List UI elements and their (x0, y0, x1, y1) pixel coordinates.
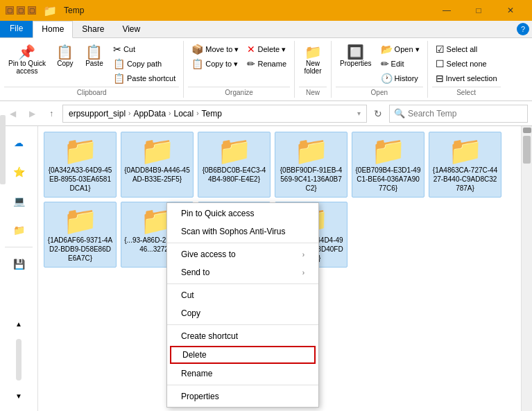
folder-item-2[interactable]: 📁 {0B6BDC0B-E4C3-44B4-980F-E4E2} (198, 132, 271, 198)
open-group: 🔲 Properties 📂 Open ▾ ✏ Edit 🕐 History (332, 41, 428, 98)
new-group-items: 📁 Newfolder (299, 42, 327, 85)
folder-item-0[interactable]: 📁 {0A342A33-64D9-45EB-8955-03EA6581DCA1} (44, 132, 117, 198)
copy-button[interactable]: 📋 Copy (51, 42, 79, 70)
invert-selection-button[interactable]: ⊟ Invert selection (432, 71, 501, 85)
ctx-scan-sophos[interactable]: Scan with Sophos Anti-Virus (167, 222, 318, 241)
breadcrumb-item-appdata[interactable]: AppData (133, 109, 166, 119)
select-label: Select (432, 87, 501, 96)
ctx-sep-2 (167, 283, 318, 284)
sidebar-icon-2[interactable]: ⭐ (5, 158, 33, 186)
folder-icon-5: 📁 (448, 137, 483, 164)
rename-button[interactable]: ✏ Rename (243, 57, 290, 71)
scrollbar-thumb[interactable] (523, 136, 531, 164)
minimize-button[interactable]: — (431, 0, 463, 21)
breadcrumb-dropdown[interactable]: ▾ (357, 110, 361, 117)
folder-name-0: {0A342A33-64D9-45EB-8955-03EA6581DCA1} (47, 166, 113, 193)
ctx-copy[interactable]: Copy (167, 304, 318, 322)
folder-item-6[interactable]: 📁 {1AD6AF66-9371-4AD2-BDB9-D58E86DE6A7C} (44, 202, 117, 268)
folder-icon: 📁 (43, 4, 57, 17)
refresh-button[interactable]: ↻ (370, 105, 386, 122)
select-all-icon: ☑ (436, 44, 445, 55)
tab-file[interactable]: File (0, 21, 33, 37)
right-scrollbar[interactable] (521, 126, 532, 411)
history-button[interactable]: 🕐 History (377, 71, 423, 85)
breadcrumb-item-local[interactable]: Local (173, 109, 194, 119)
properties-icon: 🔲 (347, 45, 364, 59)
ctx-properties[interactable]: Properties (167, 387, 318, 405)
open-group-items: 🔲 Properties 📂 Open ▾ ✏ Edit 🕐 History (336, 42, 423, 85)
sidebar-scroll-down[interactable]: ▼ (5, 382, 33, 410)
scrollbar-up-arrow[interactable] (523, 128, 531, 133)
ctx-send-to[interactable]: Send to › (167, 263, 318, 281)
pin-quick-access-button[interactable]: 📌 Pin to Quickaccess (4, 42, 50, 78)
ctx-give-access[interactable]: Give access to › (167, 245, 318, 263)
paste-button[interactable]: 📋 Paste (80, 42, 108, 70)
search-input[interactable] (408, 109, 523, 119)
invert-icon: ⊟ (436, 73, 444, 84)
ctx-delete[interactable]: Delete (170, 346, 316, 364)
folder-icon-4: 📁 (371, 137, 406, 164)
copy-to-button[interactable]: 📋 Copy to ▾ (188, 57, 242, 71)
ctx-pin-quick-access[interactable]: Pin to Quick access (167, 204, 318, 222)
folder-item-5[interactable]: 📁 {1A4863CA-727C-4427-B440-C9AD8C32787A} (429, 132, 501, 198)
organize-group: 📦 Move to ▾ 📋 Copy to ▾ ✕ Delete ▾ ✏ (184, 41, 295, 98)
ctx-properties-label: Properties (181, 392, 219, 401)
ctx-give-access-arrow: › (302, 251, 304, 259)
tab-home[interactable]: Home (33, 21, 73, 38)
breadcrumb[interactable]: erpsupport_sipl › AppData › Local › Temp… (62, 105, 367, 123)
sidebar-icon-3[interactable]: 💻 (5, 187, 33, 215)
context-menu: Pin to Quick access Scan with Sophos Ant… (166, 202, 319, 408)
move-to-button[interactable]: 📦 Move to ▾ (188, 42, 242, 56)
clipboard-label: Clipboard (4, 87, 179, 96)
open-button[interactable]: 📂 Open ▾ (377, 42, 423, 56)
address-bar: ◀ ▶ ↑ erpsupport_sipl › AppData › Local … (0, 101, 532, 126)
select-all-button[interactable]: ☑ Select all (432, 42, 501, 56)
ctx-send-to-label: Send to (181, 268, 209, 277)
new-folder-button[interactable]: 📁 Newfolder (299, 42, 327, 78)
copy-path-button[interactable]: 📋 Copy path (110, 57, 179, 71)
tab-view[interactable]: View (113, 21, 149, 37)
cut-button[interactable]: ✂ Cut (110, 42, 179, 56)
search-icon: 🔍 (394, 108, 405, 119)
select-group: ☑ Select all ☐ Select none ⊟ Invert sele… (428, 41, 505, 98)
forward-button[interactable]: ▶ (24, 105, 40, 122)
breadcrumb-item-erp[interactable]: erpsupport_sipl (69, 109, 126, 119)
ctx-cut-label: Cut (181, 290, 194, 300)
folder-item-1[interactable]: 📁 {0ADD84B9-A446-45AD-B33E-25F5} (121, 132, 194, 198)
sidebar-icon-5[interactable]: 💾 (5, 250, 33, 278)
select-none-button[interactable]: ☐ Select none (432, 57, 501, 71)
organize-group-items: 📦 Move to ▾ 📋 Copy to ▾ ✕ Delete ▾ ✏ (188, 42, 290, 85)
help-button[interactable]: ? (517, 23, 529, 35)
properties-button[interactable]: 🔲 Properties (336, 42, 376, 70)
tab-share[interactable]: Share (73, 21, 113, 37)
folder-icon-3: 📁 (294, 137, 329, 164)
sidebar-icon-1[interactable]: ☁ (5, 129, 33, 157)
back-button[interactable]: ◀ (4, 105, 21, 122)
history-icon: 🕐 (381, 73, 393, 84)
paste-icon: 📋 (85, 45, 103, 59)
close-button[interactable]: ✕ (495, 0, 526, 21)
sidebar-icon-4[interactable]: 📁 (5, 216, 33, 244)
ctx-create-shortcut[interactable]: Create shortcut (167, 327, 318, 345)
search-box: 🔍 (389, 105, 528, 123)
ctx-scan-label: Scan with Sophos Anti-Virus (181, 227, 286, 236)
folder-item-4[interactable]: 📁 {0EB709B4-E3D1-49C1-BE64-036A7A9077C6} (352, 132, 424, 198)
edit-icon: ✏ (381, 58, 389, 69)
ctx-sep-1 (167, 243, 318, 243)
sidebar: ☁ ⭐ 💻 📁 💾 ▲ ▼ (0, 126, 38, 411)
delete-button[interactable]: ✕ Delete ▾ (243, 42, 290, 56)
sidebar-scroll-up[interactable]: ▲ (5, 310, 33, 338)
ctx-cut[interactable]: Cut (167, 286, 318, 304)
delete-icon: ✕ (247, 44, 255, 55)
title-bar-icons: ▢ ▢ ▢ (6, 6, 36, 15)
paste-shortcut-button[interactable]: 📋 Paste shortcut (110, 71, 179, 85)
ctx-sep-4 (167, 385, 318, 385)
edit-button[interactable]: ✏ Edit (377, 57, 423, 71)
folder-name-2: {0B6BDC0B-E4C3-44B4-980F-E4E2} (201, 166, 267, 184)
ctx-rename[interactable]: Rename (167, 365, 318, 383)
folder-item-3[interactable]: 📁 {0BBF90DF-91EB-4569-9C41-136A0B7C2} (275, 132, 347, 198)
maximize-button[interactable]: □ (463, 0, 495, 21)
up-button[interactable]: ↑ (43, 105, 60, 122)
breadcrumb-item-temp[interactable]: Temp (201, 109, 221, 119)
clipboard-small-buttons: ✂ Cut 📋 Copy path 📋 Paste shortcut (110, 42, 179, 85)
